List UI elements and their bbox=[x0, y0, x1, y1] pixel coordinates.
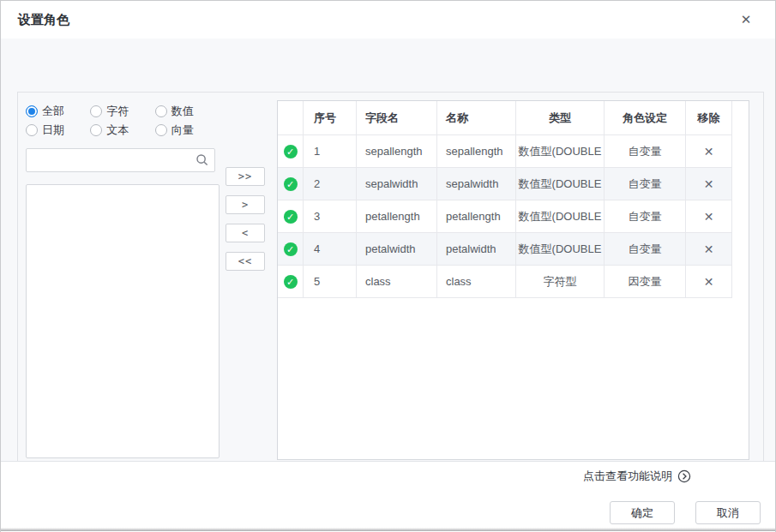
header-type: 类型 bbox=[516, 101, 605, 135]
table-row: ✓ 4 petalwidth petalwidth 数值型(DOUBLE 自变量… bbox=[278, 233, 732, 266]
row-role-setting[interactable]: 自变量 bbox=[605, 233, 686, 266]
radio-date[interactable]: 日期 bbox=[26, 123, 90, 138]
radio-label: 全部 bbox=[42, 104, 64, 119]
transfer-buttons: >> > < << bbox=[226, 167, 265, 280]
row-remove-cell: ✕ bbox=[686, 200, 732, 233]
row-field-name: class bbox=[357, 266, 437, 298]
row-index: 1 bbox=[304, 135, 357, 168]
radio-label: 数值 bbox=[171, 104, 194, 119]
row-type: 字符型 bbox=[516, 266, 605, 298]
search-input[interactable] bbox=[26, 148, 215, 172]
dialog-title: 设置角色 bbox=[18, 12, 69, 28]
row-display-name: petallength bbox=[437, 200, 516, 233]
row-display-name: petalwidth bbox=[437, 233, 516, 266]
cancel-button[interactable]: 取消 bbox=[695, 501, 761, 524]
row-field-name: petalwidth bbox=[357, 233, 437, 266]
row-status-cell: ✓ bbox=[278, 200, 304, 233]
header-index: 序号 bbox=[304, 101, 357, 135]
radio-label: 日期 bbox=[42, 123, 64, 138]
row-type: 数值型(DOUBLE bbox=[516, 233, 605, 266]
row-field-name: sepalwidth bbox=[357, 168, 437, 200]
move-all-right-button[interactable]: >> bbox=[226, 167, 265, 186]
row-status-cell: ✓ bbox=[278, 168, 304, 200]
row-role-setting[interactable]: 自变量 bbox=[605, 200, 686, 233]
check-circle-icon: ✓ bbox=[284, 275, 298, 289]
row-role-setting[interactable]: 自变量 bbox=[605, 168, 686, 200]
field-filter-panel: 全部 字符 数值 日期 文本 bbox=[26, 104, 220, 458]
help-link-label: 点击查看功能说明 bbox=[583, 469, 672, 484]
radio-dot-icon bbox=[26, 105, 38, 117]
radio-dot-icon bbox=[90, 105, 102, 117]
move-left-button[interactable]: < bbox=[226, 224, 265, 242]
help-circle-arrow-icon bbox=[677, 469, 691, 483]
row-remove-cell: ✕ bbox=[686, 266, 732, 298]
search-icon bbox=[196, 153, 209, 167]
row-role-setting[interactable]: 自变量 bbox=[605, 135, 686, 168]
radio-dot-icon bbox=[155, 105, 167, 117]
radio-numeric[interactable]: 数值 bbox=[155, 104, 220, 119]
radio-dot-icon bbox=[155, 124, 167, 136]
row-index: 4 bbox=[304, 233, 357, 266]
row-display-name: sepalwidth bbox=[437, 168, 516, 200]
remove-icon[interactable]: ✕ bbox=[704, 243, 714, 255]
radio-label: 文本 bbox=[106, 123, 129, 138]
dialog-titlebar: 设置角色 ✕ bbox=[1, 1, 775, 39]
row-remove-cell: ✕ bbox=[686, 135, 732, 168]
row-status-cell: ✓ bbox=[278, 266, 304, 298]
row-field-name: petallength bbox=[357, 200, 437, 233]
row-role-setting[interactable]: 因变量 bbox=[605, 266, 686, 298]
check-circle-icon: ✓ bbox=[284, 177, 298, 191]
set-role-dialog: 设置角色 ✕ 全部 字符 数值 日期 bbox=[0, 0, 776, 532]
table-header-row: 序号 字段名 名称 类型 角色设定 移除 bbox=[278, 101, 732, 135]
check-circle-icon: ✓ bbox=[284, 210, 298, 224]
row-status-cell: ✓ bbox=[278, 233, 304, 266]
header-field: 字段名 bbox=[357, 101, 437, 135]
row-field-name: sepallength bbox=[357, 135, 437, 168]
radio-vector[interactable]: 向量 bbox=[155, 123, 220, 138]
row-display-name: class bbox=[437, 266, 516, 298]
close-icon[interactable]: ✕ bbox=[737, 11, 755, 28]
remove-icon[interactable]: ✕ bbox=[704, 178, 714, 190]
radio-label: 字符 bbox=[106, 104, 129, 119]
type-filter-radios: 全部 字符 数值 日期 文本 bbox=[26, 104, 220, 141]
radio-dot-icon bbox=[90, 124, 102, 136]
radio-char[interactable]: 字符 bbox=[90, 104, 154, 119]
selected-fields-table: 序号 字段名 名称 类型 角色设定 移除 ✓ 1 sepallength sep… bbox=[277, 100, 749, 460]
header-role: 角色设定 bbox=[605, 101, 686, 135]
field-search bbox=[26, 148, 215, 172]
ok-button[interactable]: 确定 bbox=[610, 501, 675, 524]
move-right-button[interactable]: > bbox=[226, 195, 265, 214]
radio-label: 向量 bbox=[171, 123, 194, 138]
table-row: ✓ 1 sepallength sepallength 数值型(DOUBLE 自… bbox=[278, 135, 732, 168]
table-body: ✓ 1 sepallength sepallength 数值型(DOUBLE 自… bbox=[278, 135, 732, 298]
remove-icon[interactable]: ✕ bbox=[704, 146, 714, 158]
move-all-left-button[interactable]: << bbox=[226, 252, 265, 271]
table-row: ✓ 5 class class 字符型 因变量 ✕ bbox=[278, 266, 732, 298]
row-index: 2 bbox=[304, 168, 357, 200]
row-type: 数值型(DOUBLE bbox=[516, 200, 605, 233]
help-link[interactable]: 点击查看功能说明 bbox=[583, 469, 691, 484]
check-circle-icon: ✓ bbox=[284, 242, 298, 256]
row-type: 数值型(DOUBLE bbox=[516, 135, 605, 168]
dialog-content: 全部 字符 数值 日期 文本 bbox=[1, 39, 775, 461]
row-index: 3 bbox=[304, 200, 357, 233]
row-type: 数值型(DOUBLE bbox=[516, 168, 605, 200]
available-fields-listbox[interactable] bbox=[26, 184, 220, 458]
remove-icon[interactable]: ✕ bbox=[704, 276, 714, 288]
table-row: ✓ 3 petallength petallength 数值型(DOUBLE 自… bbox=[278, 200, 732, 233]
row-status-cell: ✓ bbox=[278, 135, 304, 168]
row-remove-cell: ✕ bbox=[686, 168, 732, 200]
radio-all[interactable]: 全部 bbox=[26, 104, 90, 119]
remove-icon[interactable]: ✕ bbox=[704, 211, 714, 223]
radio-text[interactable]: 文本 bbox=[90, 123, 154, 138]
header-remove: 移除 bbox=[686, 101, 732, 135]
radio-dot-icon bbox=[26, 124, 38, 136]
row-index: 5 bbox=[304, 266, 357, 298]
row-display-name: sepallength bbox=[437, 135, 516, 168]
table-grid: 序号 字段名 名称 类型 角色设定 移除 ✓ 1 sepallength sep… bbox=[278, 101, 732, 298]
row-remove-cell: ✕ bbox=[686, 233, 732, 266]
dialog-footer: 点击查看功能说明 确定 取消 bbox=[1, 461, 775, 532]
table-row: ✓ 2 sepalwidth sepalwidth 数值型(DOUBLE 自变量… bbox=[278, 168, 732, 200]
header-name: 名称 bbox=[437, 101, 516, 135]
header-status-cell bbox=[278, 101, 304, 135]
